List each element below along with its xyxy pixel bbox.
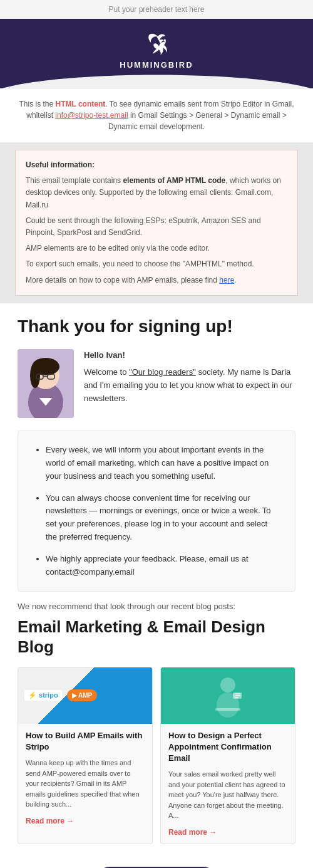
blog-intro: We now recommend that look through our r…: [18, 602, 295, 611]
here-link[interactable]: here: [219, 276, 234, 285]
blog-card-1: ⚡ stripo ▶ AMP How to Build AMP Emails w…: [18, 667, 153, 844]
bullet-item-1: Every week, we will inform you about imp…: [46, 444, 280, 483]
info-para-3: AMP elements are to be edited only via t…: [26, 243, 287, 254]
svg-rect-10: [215, 708, 240, 711]
avatar: [18, 349, 74, 418]
notice-html-bold: HTML content: [56, 100, 106, 108]
blog-readers-link[interactable]: "Our blog readers": [129, 367, 196, 377]
bullet-list: Every week, we will inform you about imp…: [33, 444, 280, 578]
hello-name: Hello Ivan!: [84, 349, 295, 362]
header-logo: HUMMINGBIRD: [13, 31, 300, 70]
cta-section: View actual posts: [18, 857, 295, 868]
bird-icon: [144, 31, 169, 56]
svg-point-4: [30, 363, 40, 388]
blog-card-2: How to Design a Perfect Appointment Conf…: [160, 667, 295, 844]
hello-section: Hello Ivan! Welcome to "Our blog readers…: [18, 349, 295, 418]
notice-text-3: in Gmail Settings > General > Dynamic em…: [108, 111, 287, 131]
card-image-1: ⚡ stripo ▶ AMP: [18, 667, 152, 724]
card-title-1: How to Build AMP Emails with Stripo: [26, 730, 145, 753]
person-desk-icon: [209, 674, 247, 718]
info-para-5: More details on how to cope with AMP ema…: [26, 275, 287, 286]
main-content: Thank you for signing up!: [0, 303, 313, 868]
card-title-2: How to Design a Perfect Appointment Conf…: [168, 730, 287, 765]
card-desc-1: Wanna keep up with the times and send AM…: [26, 758, 145, 810]
card-desc-2: Your sales email worked pretty well and …: [168, 769, 287, 821]
notice-email-link[interactable]: info@stripo-test.email: [55, 111, 128, 120]
notice-block: This is the HTML content. To see dynamic…: [0, 88, 313, 142]
info-para-1: This email template contains elements of…: [26, 175, 287, 211]
person-svg: [18, 349, 74, 418]
bullet-box: Every week, we will inform you about imp…: [18, 431, 295, 592]
card-read-more-1[interactable]: Read more →: [26, 817, 74, 825]
brand-name: HUMMINGBIRD: [120, 60, 193, 70]
card-body-2: How to Design a Perfect Appointment Conf…: [161, 724, 295, 844]
card-body-1: How to Build AMP Emails with Stripo Wann…: [18, 724, 152, 832]
stripo-logo: ⚡ stripo: [24, 690, 62, 701]
info-para-4: To export such emails, you need to choos…: [26, 258, 287, 270]
info-para-2: Could be sent through the following ESPs…: [26, 215, 287, 239]
card-read-more-2[interactable]: Read more →: [168, 828, 217, 837]
blog-heading: Email Marketing & Email Design Blog: [18, 617, 295, 656]
preheader-bar: Put your preheader text here: [0, 0, 313, 19]
hello-text-block: Hello Ivan! Welcome to "Our blog readers…: [84, 349, 295, 418]
thank-you-heading: Thank you for signing up!: [18, 316, 295, 337]
card-image-2: [161, 667, 295, 724]
bullet-item-2: You can always choose convenient time fo…: [46, 492, 280, 544]
blog-cards: ⚡ stripo ▶ AMP How to Build AMP Emails w…: [18, 667, 295, 844]
hello-body-1: Welcome to: [84, 367, 129, 377]
amp-badge: ▶ AMP: [67, 689, 98, 701]
bullet-item-3: We highly appreciate your feedback. Plea…: [46, 553, 280, 579]
svg-point-8: [220, 677, 235, 693]
info-box: Useful information: This email template …: [15, 150, 298, 296]
header-wave: [0, 70, 313, 89]
preheader-text: Put your preheader text here: [109, 5, 205, 14]
email-wrapper: Put your preheader text here HUMMINGBIRD…: [0, 0, 313, 868]
notice-text-1: This is the: [19, 100, 55, 108]
info-title: Useful information:: [26, 159, 287, 171]
header: HUMMINGBIRD: [0, 19, 313, 88]
